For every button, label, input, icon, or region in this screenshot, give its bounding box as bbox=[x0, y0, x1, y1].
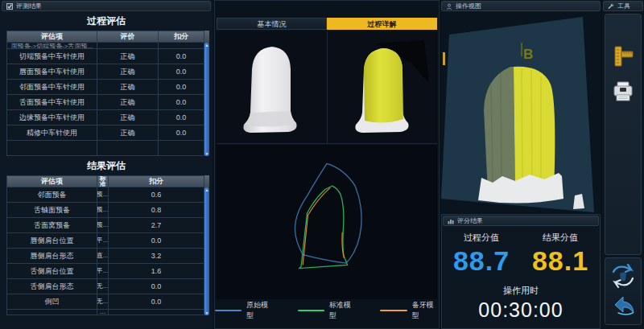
legend-item-prepared: 备牙模型 bbox=[380, 300, 439, 321]
contour-legend: 原始模型 标准模型 备牙模型 bbox=[215, 300, 439, 321]
col-rating: 评价 bbox=[97, 31, 159, 43]
detail-tabs: 基本情况 过程详解 bbox=[217, 18, 437, 30]
operation-view-title: 操作视图 bbox=[456, 2, 481, 10]
legend-line-green bbox=[298, 310, 324, 311]
legend-line-orange bbox=[380, 310, 407, 311]
tools-title: 工具 bbox=[617, 2, 630, 10]
axis-label-b: B bbox=[523, 47, 533, 62]
table-row: 舌面窝预备预…2.7 bbox=[6, 218, 209, 233]
prepared-model-contour bbox=[303, 187, 344, 265]
rotate-view-button[interactable] bbox=[609, 263, 637, 289]
table-row: 唇面预备中车针使用正确0.0 bbox=[6, 64, 209, 80]
table-row: 精修中车针使用正确0.0 bbox=[6, 125, 209, 141]
legend-line-blue bbox=[215, 310, 242, 311]
table-row-scrolled: 面预备->切端预备->舌面预... bbox=[6, 43, 209, 49]
col-item: 评估项 bbox=[6, 31, 97, 43]
person-icon bbox=[446, 3, 452, 10]
score-panel-header: 评分结果 bbox=[443, 216, 599, 226]
process-detail-panel: 基本情况 过程详解 bbox=[214, 0, 440, 329]
result-score-label: 结果分值 bbox=[521, 232, 600, 244]
scores-row: 过程分值 88.7 结果分值 88.1 bbox=[442, 232, 600, 277]
table-row: 舌轴面预备预…0.8 bbox=[6, 203, 209, 218]
table-row: 边缘预备中车针使用正确0.0 bbox=[6, 110, 209, 125]
wrench-icon bbox=[608, 3, 614, 10]
ruler-icon bbox=[612, 45, 634, 68]
tool-panel bbox=[605, 14, 642, 255]
printer-tool-button[interactable] bbox=[609, 79, 637, 105]
table-row: 唇侧肩台形态直…3.2 bbox=[6, 249, 209, 264]
operation-view-panel: 操作视图 B bbox=[441, 0, 601, 212]
operation-time-label: 操作用时 bbox=[442, 285, 600, 297]
result-table-scrollbar[interactable]: ▲▼ bbox=[204, 187, 209, 315]
process-score-block: 过程分值 88.7 bbox=[442, 232, 521, 277]
operation-3d-canvas[interactable]: B bbox=[441, 12, 601, 212]
contour-svg bbox=[217, 145, 437, 299]
col-item: 评估项 bbox=[6, 175, 97, 187]
process-score-value: 88.7 bbox=[442, 245, 521, 277]
table-row: 舌侧肩台形态无…0.0 bbox=[6, 279, 209, 294]
operation-time-value: 00:30:00 bbox=[442, 298, 600, 322]
tools-sidebar: 工具 bbox=[602, 0, 644, 329]
operation-view-header: 操作视图 bbox=[441, 1, 601, 11]
operation-scene: B bbox=[441, 12, 601, 212]
col-deduction: 扣分 bbox=[159, 31, 204, 43]
back-arrow-icon bbox=[610, 295, 636, 318]
col-standard: 标准 bbox=[97, 175, 109, 187]
legend-item-standard: 标准模型 bbox=[298, 300, 357, 321]
bar-chart-icon bbox=[448, 218, 454, 224]
evaluation-panel-header: 评测结果 bbox=[2, 1, 211, 11]
table-row: 舌侧肩台位置平…1.6 bbox=[6, 264, 209, 279]
tab-basic-info[interactable]: 基本情况 bbox=[217, 18, 327, 30]
undo-view-button[interactable] bbox=[609, 294, 637, 319]
tools-header: 工具 bbox=[603, 1, 643, 11]
process-eval-title: 过程评估 bbox=[0, 11, 213, 31]
table-row-empty bbox=[6, 141, 209, 156]
result-score-block: 结果分值 88.1 bbox=[521, 232, 600, 277]
table-row: 唇侧肩台位置平…0.0 bbox=[6, 233, 209, 249]
view-nav-panel bbox=[605, 257, 642, 325]
table-row: 邻面预备中车针使用正确0.0 bbox=[6, 80, 209, 95]
col-deduction: 扣分 bbox=[109, 175, 204, 187]
model-comparison-area bbox=[217, 31, 437, 144]
score-result-panel: 评分结果 过程分值 88.7 结果分值 88.1 操作用时 00:30:00 bbox=[441, 214, 601, 329]
printer-icon bbox=[612, 80, 634, 103]
evaluation-panel-title: 评测结果 bbox=[16, 2, 42, 10]
table-row: 邻面预备预…0.6 bbox=[6, 187, 209, 203]
contour-comparison-plot bbox=[217, 145, 437, 299]
table-row: 切端预备中车针使用正确0.0 bbox=[6, 49, 209, 64]
result-score-value: 88.1 bbox=[521, 245, 600, 277]
process-table-header: 评估项 评价 扣分 bbox=[6, 31, 209, 43]
standard-model-view[interactable] bbox=[217, 31, 328, 143]
process-score-label: 过程分值 bbox=[442, 232, 521, 244]
rotate-arrows-icon bbox=[610, 264, 636, 288]
process-eval-table: 评估项 评价 扣分 面预备->切端预备->舌面预... 切端预备中车针使用正确0… bbox=[6, 31, 209, 156]
score-panel-title: 评分结果 bbox=[457, 216, 483, 225]
table-row: 舌面预备中车针使用正确0.0 bbox=[6, 95, 209, 110]
legend-item-original: 原始模型 bbox=[215, 300, 274, 321]
process-table-scrollbar[interactable]: ▲▼ bbox=[204, 43, 209, 156]
result-eval-title: 结果评估 bbox=[0, 156, 213, 175]
tab-process-detail[interactable]: 过程详解 bbox=[327, 18, 437, 30]
yellow-tooth-model bbox=[334, 35, 431, 140]
table-row: 倒凹无…0.0 bbox=[6, 294, 209, 310]
table-row-clipped: … bbox=[6, 310, 209, 315]
result-table-header: 评估项 标准 扣分 bbox=[6, 175, 209, 187]
checkbox-icon bbox=[6, 3, 13, 10]
ruler-tool-button[interactable] bbox=[609, 43, 637, 69]
result-eval-table: 评估项 标准 扣分 邻面预备预…0.6 舌轴面预备预…0.8 舌面窝预备预…2.… bbox=[6, 175, 209, 315]
evaluation-results-panel: 评测结果 过程评估 评估项 评价 扣分 面预备->切端预备->舌面预... 切端… bbox=[0, 0, 213, 329]
white-tooth-model bbox=[227, 35, 316, 140]
prepared-model-view[interactable] bbox=[328, 31, 438, 143]
